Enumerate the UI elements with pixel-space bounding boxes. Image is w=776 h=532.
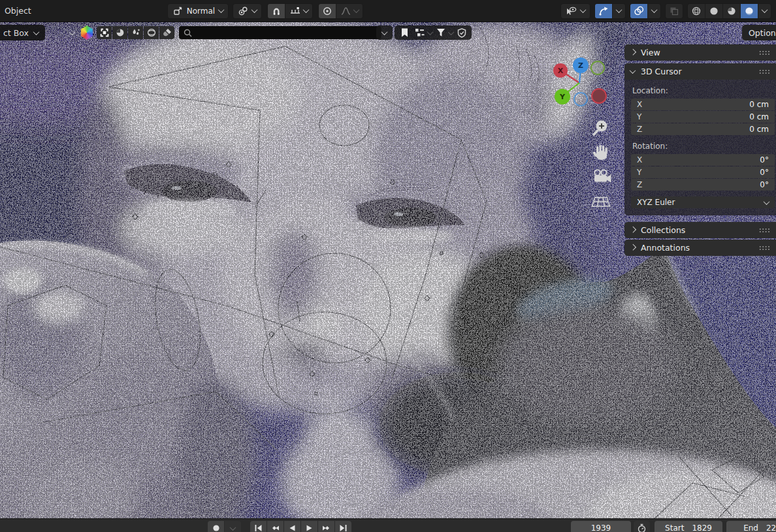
axis-gizmo[interactable]: X Z Y — [553, 57, 606, 106]
overlays-dropdown[interactable] — [648, 4, 660, 18]
xray-icon — [669, 6, 679, 16]
record-options-dropdown[interactable] — [225, 521, 241, 532]
cursor-rotation-y-field[interactable]: Y 0° — [631, 166, 775, 178]
mode-paint-button[interactable] — [128, 26, 143, 39]
viewport-nav-overlay: X Z Y zoom — [549, 55, 614, 212]
cursor-location-x-field[interactable]: X 0 cm — [631, 99, 775, 110]
shading-dropdown[interactable] — [758, 4, 771, 18]
panel-3d-cursor-header[interactable]: 3D Cursor — [624, 63, 776, 80]
funnel-icon — [436, 28, 445, 37]
object-visibility-dropdown[interactable] — [560, 3, 590, 19]
bookmark-button[interactable] — [398, 26, 412, 39]
axis-value: 0° — [760, 155, 769, 164]
selection-frame-icon — [99, 27, 110, 38]
chevron-down-icon — [230, 524, 236, 531]
camera-view-button[interactable] — [594, 170, 611, 182]
xray-toggle[interactable] — [666, 4, 683, 18]
falloff-dropdown[interactable] — [336, 4, 363, 18]
material-hexagon-icon[interactable] — [80, 25, 93, 40]
shading-solid-button[interactable] — [705, 4, 722, 18]
magnet-icon — [271, 6, 282, 16]
select-mode-strip — [97, 26, 174, 39]
frame-end-value: 229 — [766, 524, 776, 532]
shield-check-icon — [457, 28, 466, 38]
active-tool-dropdown[interactable]: ct Box — [0, 25, 45, 40]
search-input[interactable] — [196, 27, 377, 38]
shading-rendered-button[interactable] — [741, 4, 758, 18]
mode-globe-button[interactable] — [144, 26, 159, 39]
select-mode-active-button[interactable] — [97, 26, 112, 39]
jump-to-end-button[interactable] — [335, 521, 351, 532]
cursor-location-z-field[interactable]: Z 0 cm — [631, 123, 775, 135]
material-preview-icon — [726, 6, 737, 16]
mode-brush-button[interactable] — [159, 26, 174, 39]
drag-dots-icon[interactable] — [759, 228, 770, 233]
use-preview-range-button[interactable] — [634, 521, 650, 532]
axis-label: Y — [637, 112, 641, 121]
drag-dots-icon[interactable] — [759, 69, 770, 74]
falloff-curve-icon — [340, 6, 351, 16]
orientation-label: Normal — [187, 7, 215, 16]
filter-button[interactable] — [434, 26, 447, 39]
transform-orientation-dropdown[interactable]: Normal — [167, 3, 229, 19]
next-keyframe-button[interactable] — [318, 521, 334, 532]
expand-chevron-icon[interactable] — [69, 29, 76, 35]
protect-button[interactable] — [455, 26, 468, 39]
cursor-location-y-field[interactable]: Y 0 cm — [631, 111, 775, 123]
jump-end-icon — [339, 524, 348, 532]
zoom-button[interactable]: zoom — [594, 121, 607, 135]
rotation-mode-dropdown[interactable]: XYZ Euler — [631, 196, 775, 208]
show-gizmos-toggle[interactable] — [595, 4, 612, 18]
proportional-editing-toggle[interactable] — [319, 4, 336, 18]
panel-collections-header[interactable]: Collections — [624, 222, 776, 238]
frame-end-field[interactable]: End 229 — [726, 521, 776, 532]
frame-start-field[interactable]: Start 1829 — [655, 521, 722, 532]
axis-value: 0 cm — [749, 100, 769, 109]
snap-toggle-button[interactable] — [268, 4, 285, 18]
record-group — [208, 521, 241, 532]
drag-dots-icon[interactable] — [759, 50, 770, 55]
axis-label: Y — [637, 168, 641, 177]
cursor-eye-icon — [566, 6, 577, 16]
cursor-rotation-z-field[interactable]: Z 0° — [631, 179, 775, 191]
axis-value: 0° — [760, 180, 769, 189]
panel-view-header[interactable]: View — [624, 44, 776, 61]
cursor-rotation-x-field[interactable]: X 0° — [631, 154, 775, 166]
gizmos-dropdown[interactable] — [613, 4, 625, 18]
axis-label: Z — [637, 180, 642, 189]
outliner-button[interactable] — [413, 26, 427, 39]
mode-sphere-button[interactable] — [112, 26, 127, 39]
play-button[interactable] — [301, 521, 317, 532]
prev-keyframe-button[interactable] — [267, 521, 283, 532]
chevron-down-icon — [251, 7, 258, 13]
chevron-right-icon — [630, 49, 636, 55]
search-box[interactable] — [179, 26, 381, 39]
drag-dots-icon[interactable] — [759, 245, 770, 251]
perspective-toggle-button[interactable] — [592, 198, 610, 207]
show-overlays-toggle[interactable] — [630, 4, 647, 18]
mode-menu[interactable]: Object — [5, 6, 31, 16]
next-keyframe-icon — [322, 524, 331, 532]
frame-start-value: 1829 — [692, 524, 712, 532]
jump-to-start-button[interactable] — [250, 521, 267, 532]
sidebar-n-panel: View 3D Cursor Location: — [624, 44, 776, 256]
axis-neg-z-ball — [574, 93, 587, 106]
record-button[interactable] — [208, 521, 224, 532]
panel-annotations-header[interactable]: Annotations — [624, 240, 776, 256]
proportional-circle-icon — [322, 6, 332, 16]
chevron-down-icon — [762, 7, 768, 13]
shading-material-button[interactable] — [723, 4, 740, 18]
current-frame-field[interactable]: 1939 — [571, 521, 631, 532]
pan-button[interactable] — [592, 145, 607, 160]
collapse-chevron-button[interactable] — [376, 25, 393, 40]
solid-shading-icon — [709, 6, 719, 16]
play-reverse-button[interactable] — [284, 521, 300, 532]
options-button[interactable]: Options — [742, 25, 776, 40]
pivot-point-dropdown[interactable] — [233, 3, 262, 19]
rendered-shading-icon — [744, 6, 754, 16]
panel-annotations-title: Annotations — [641, 243, 753, 253]
chevron-down-icon — [427, 29, 434, 35]
panel-collections-title: Collections — [641, 225, 753, 235]
snap-settings-dropdown[interactable] — [285, 4, 312, 18]
shading-wireframe-button[interactable] — [688, 4, 705, 18]
